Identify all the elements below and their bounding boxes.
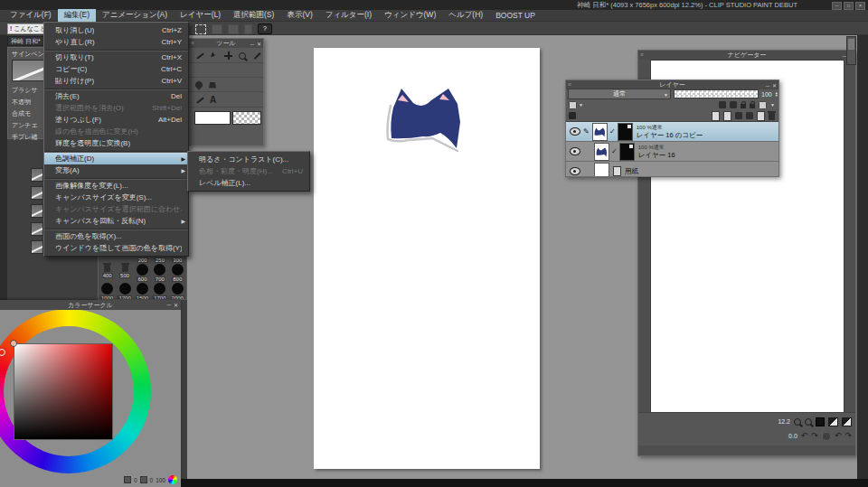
brush-size-item[interactable]: 600 [134, 263, 151, 282]
reset-rotation-icon[interactable]: ↶ [835, 432, 842, 440]
paper-thumbnail[interactable] [594, 163, 609, 177]
menu-item[interactable]: 切り取り(T) Ctrl+X [44, 52, 188, 63]
menu-item[interactable]: 画面の色を取得(X)... [44, 230, 188, 242]
menu-item[interactable]: キャンバスサイズを変更(S)... [44, 192, 188, 203]
layer-filter-icon[interactable] [569, 112, 576, 119]
flip-both-icon[interactable] [842, 417, 852, 426]
brush-size-item[interactable]: 300 [169, 257, 186, 263]
sv-marker-icon[interactable] [10, 340, 17, 347]
menu-item[interactable]: 画像解像度を変更(L)... [44, 180, 188, 192]
menu-bar-item[interactable]: 編集(E) [58, 9, 96, 22]
layer-name[interactable]: レイヤー 16 のコピー [637, 131, 703, 139]
collapse-panel-icon[interactable]: « [191, 39, 194, 48]
mask-link-check-icon[interactable]: ✓ [609, 127, 616, 136]
subtool-thumb-icon[interactable] [31, 168, 43, 182]
brush-size-item[interactable]: 2000 [169, 282, 186, 300]
main-color-swatch[interactable] [194, 111, 231, 125]
blend-tool-icon[interactable] [193, 80, 203, 89]
rotate-right-icon[interactable]: ↷ [811, 432, 818, 440]
brush-size-item[interactable]: 200 [134, 257, 151, 263]
rotate-left-icon[interactable]: ↶ [801, 432, 808, 440]
layer-row[interactable]: ✓ 100 %通常 レイヤー 16 [566, 142, 778, 162]
layer-row-paper[interactable]: 用紙 [566, 162, 778, 176]
right-dock[interactable]: « [857, 22, 868, 479]
new-layer-icon[interactable] [712, 111, 720, 121]
opacity-stepper[interactable]: ▲▼ [775, 91, 778, 98]
tip-banner[interactable]: !こんなことも [7, 23, 45, 34]
chevron-down-icon[interactable]: ▼ [579, 102, 583, 108]
brush-size-item[interactable]: 1700 [151, 282, 168, 300]
help-button[interactable]: ? [258, 23, 272, 34]
submenu-item[interactable]: 明るさ・コントラスト(C)... [188, 154, 309, 165]
menu-bar-item[interactable]: BOOST UP [489, 10, 542, 21]
zoom-tool-icon[interactable] [239, 52, 246, 60]
selection-source-icon[interactable] [569, 101, 577, 109]
transparent-color-swatch[interactable] [232, 111, 261, 125]
menu-item[interactable]: 貼り付け(P) Ctrl+V [44, 75, 188, 87]
menu-bar-item[interactable]: 選択範囲(S) [227, 9, 280, 22]
layer-mask-icon[interactable] [757, 111, 765, 121]
brush-size-item[interactable]: 1000 [99, 282, 116, 300]
brush-size-item[interactable]: 250 [151, 257, 168, 263]
menu-item[interactable]: 線の色を描画色に変更(H) [44, 126, 188, 137]
subtool-thumb-icon[interactable] [31, 204, 43, 218]
merge-down-icon[interactable] [746, 112, 753, 119]
scrollbar[interactable] [846, 36, 856, 65]
reset-view-icon[interactable] [822, 432, 831, 441]
subtool-thumb-icon[interactable] [31, 186, 43, 200]
menu-bar-item[interactable]: ファイル(F) [4, 9, 58, 22]
close-panel-icon[interactable]: ✕ [174, 302, 178, 308]
layer-thumbnail[interactable] [592, 123, 608, 141]
decoration-tool-icon[interactable] [195, 96, 203, 104]
subtool-thumb-icon[interactable] [31, 240, 43, 254]
lock-alpha-icon[interactable] [750, 104, 755, 108]
subtool-list[interactable] [31, 168, 43, 255]
menu-item[interactable]: やり直し(R) Ctrl+Y [44, 36, 188, 48]
scrollbar-thumb[interactable] [848, 39, 854, 50]
brush-size-item[interactable]: 1200 [116, 282, 133, 300]
layer-mask-thumbnail[interactable] [618, 123, 633, 141]
brush-size-item[interactable]: 800 [169, 263, 186, 282]
menu-bar-item[interactable]: フィルター(I) [319, 9, 378, 22]
minimize-panel-icon[interactable]: ─ [167, 302, 171, 308]
eyedropper-tool-icon[interactable] [252, 52, 260, 60]
transfer-down-icon[interactable] [735, 112, 742, 119]
text-tool-icon[interactable]: A [210, 96, 216, 104]
selection-marquee-icon[interactable] [195, 24, 206, 34]
mask-link-check-icon[interactable]: ✓ [611, 147, 618, 155]
chevron-down-icon[interactable]: ▼ [770, 102, 775, 108]
opacity-slider[interactable] [674, 89, 759, 98]
zoom-out-icon[interactable] [794, 418, 801, 426]
subtool-thumb-icon[interactable] [31, 222, 43, 236]
rotate-reset-right-icon[interactable]: ↷ [844, 432, 852, 440]
enable-mask-icon[interactable] [759, 101, 767, 109]
menu-item[interactable]: 取り消し(U) Ctrl+Z [44, 24, 188, 36]
color-wheel-mode-icon[interactable] [168, 475, 177, 484]
flip-horizontal-icon[interactable] [828, 417, 838, 426]
pen-tool-icon[interactable] [195, 52, 203, 60]
brush-size-item[interactable]: 400 [99, 263, 116, 282]
layer-mask-thumbnail[interactable] [619, 143, 635, 161]
palette-trash-icon[interactable] [122, 265, 128, 272]
menu-item[interactable]: 選択範囲外を消去(O) Shift+Del [44, 102, 188, 114]
menu-bar-item[interactable]: ウィンドウ(W) [378, 9, 442, 22]
menu-item[interactable]: 色調補正(D) ▶ [44, 153, 188, 164]
fit-to-window-icon[interactable] [816, 417, 825, 426]
close-window-icon[interactable]: × [855, 2, 865, 10]
new-folder-icon[interactable] [723, 111, 731, 121]
visibility-eye-icon[interactable] [570, 127, 580, 136]
zoom-in-icon[interactable] [805, 418, 812, 426]
visibility-eye-icon[interactable] [570, 167, 580, 175]
minimize-panel-icon[interactable]: ─ [250, 40, 254, 49]
menu-item[interactable]: 塗りつぶし(F) Alt+Del [44, 114, 188, 126]
canvas[interactable] [314, 48, 540, 469]
submenu-item[interactable]: 色相・彩度・明度(H)... Ctrl+U [188, 165, 309, 177]
menu-item[interactable]: キャンバスサイズを選択範囲に合わせる(Z) [44, 203, 188, 215]
layer-row-selected[interactable]: ✎ ✓ 100 %通常 レイヤー 16 のコピー [566, 122, 778, 142]
clipping-icon[interactable] [719, 101, 726, 108]
close-panel-icon[interactable]: ✕ [257, 40, 261, 49]
menu-item[interactable]: 変形(A) ▶ [44, 164, 188, 176]
blend-mode-select[interactable]: 通常▼ [568, 89, 671, 99]
lock-layer-icon[interactable] [741, 104, 746, 108]
minimize-window-icon[interactable]: ─ [832, 2, 842, 10]
